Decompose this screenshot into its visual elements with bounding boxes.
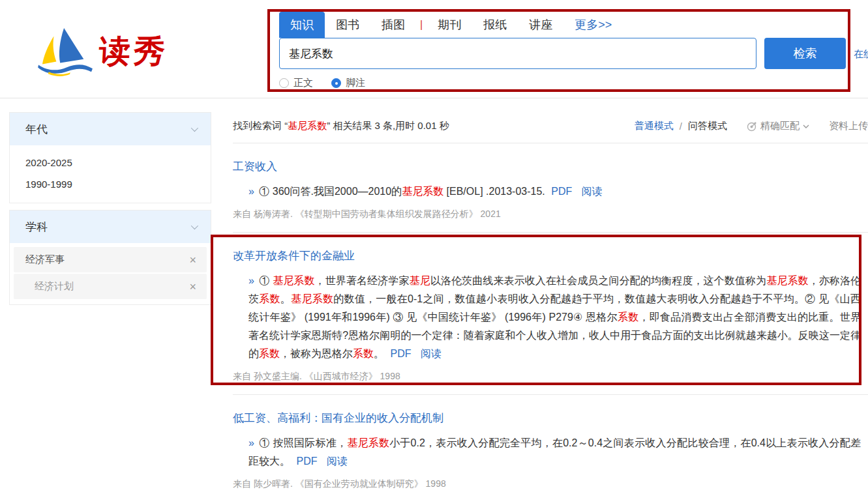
results-bar-right: 普通模式 / 问答模式 精确匹配 资料上传	[635, 120, 868, 132]
scope-option-1[interactable]: 脚注	[331, 77, 365, 89]
chip-label: 经济计划	[35, 280, 74, 293]
inline-link[interactable]: PDF	[551, 186, 572, 197]
inline-link[interactable]: PDF	[296, 456, 317, 467]
radio-icon	[279, 78, 289, 88]
highlight-term: 基尼	[410, 275, 430, 286]
tab-more[interactable]: 更多>>	[563, 12, 623, 38]
chip-label: 经济军事	[25, 254, 65, 266]
precise-match-dropdown[interactable]: 精确匹配	[747, 120, 809, 132]
sidebar-section-title: 年代	[25, 122, 48, 137]
result-snippet: » ① 基尼系数，世界著名经济学家基尼以洛伦茨曲线来表示收入在社会成员之间分配的…	[233, 272, 868, 363]
sidebar-section-title: 学科	[25, 220, 48, 235]
chevron-down-icon	[191, 124, 198, 132]
text-segment: ①	[259, 275, 273, 286]
text-segment: 找到检索词 “	[233, 120, 288, 131]
result-item: 改革开放条件下的金融业 » ① 基尼系数，世界著名经济学家基尼以洛伦茨曲线来表示…	[233, 233, 868, 395]
search-input[interactable]	[279, 38, 756, 69]
sidebar-chip[interactable]: 经济军事×	[14, 247, 207, 272]
inline-link[interactable]: 阅读	[421, 348, 441, 359]
search-tabs: 知识图书插图|期刊报纸讲座更多>>	[279, 12, 846, 38]
online-service-link[interactable]: 在线	[854, 48, 868, 61]
tab-knowledge[interactable]: 知识	[279, 12, 325, 38]
radio-icon	[331, 78, 341, 88]
inline-link[interactable]: 阅读	[582, 186, 603, 197]
result-title[interactable]: 改革开放条件下的金融业	[233, 248, 355, 263]
snippet-marker-icon: »	[248, 186, 257, 197]
text-segment	[575, 186, 578, 197]
results-list: 工资收入 » ① 360问答.我国2000—2010的基尼系数 [EB/OL] …	[233, 143, 868, 494]
tab-journals[interactable]: 期刊	[427, 12, 472, 38]
text-segment: ，世界著名经济学家	[315, 275, 410, 286]
highlight-term: 基尼系数	[402, 186, 443, 197]
snippet-marker-icon: »	[248, 275, 257, 286]
logo-sailboat-icon	[34, 26, 99, 77]
text-segment: ” 相关结果 3 条,用时 0.01 秒	[327, 120, 449, 131]
sidebar-section-year: 年代2020-20251990-1999	[9, 112, 211, 203]
tab-lectures[interactable]: 讲座	[518, 12, 563, 38]
sidebar-filter-item[interactable]: 2020-2025	[10, 152, 211, 173]
highlight-term: 系数	[259, 293, 280, 304]
remove-icon[interactable]: ×	[189, 281, 196, 293]
highlight-term: 系数	[259, 348, 280, 359]
sidebar-section-subject: 学科经济军事×经济计划×	[9, 210, 211, 305]
sidebar-filter-item[interactable]: 1990-1999	[10, 173, 211, 195]
highlight-term: 系数	[353, 348, 374, 359]
mode-normal-link[interactable]: 普通模式	[635, 120, 674, 132]
text-segment: ① 按照国际标准，	[260, 437, 348, 448]
snippet-marker-icon: »	[248, 437, 258, 448]
remove-icon[interactable]: ×	[189, 254, 196, 266]
result-title[interactable]: 工资收入	[233, 159, 277, 174]
highlight-term: 基尼系数	[288, 120, 327, 131]
scope-option-0[interactable]: 正文	[279, 77, 313, 89]
sidebar-section-body: 经济军事×经济计划×	[10, 243, 211, 304]
chevron-down-icon	[803, 124, 809, 129]
sidebar: 年代2020-20251990-1999学科经济军事×经济计划×	[9, 112, 211, 312]
text-segment: 以洛伦茨曲线来表示收入在社会成员之间分配的均衡程度，这个数值称为	[430, 275, 766, 286]
highlight-term: 系数	[618, 312, 638, 323]
text-segment: 。	[280, 293, 291, 304]
site-header: 读秀 知识图书插图|期刊报纸讲座更多>> 检索 正文脚注 在线	[0, 0, 868, 98]
result-snippet: » ① 360问答.我国2000—2010的基尼系数 [EB/OL] .2013…	[233, 182, 868, 201]
page: 读秀 知识图书插图|期刊报纸讲座更多>> 检索 正文脚注 在线 年代2020-2…	[0, 0, 868, 494]
result-source: 来自 孙文盛主编. 《山西城市经济》 1998	[233, 371, 868, 383]
result-snippet: » ① 按照国际标准，基尼系数小于0.2，表示收入分配完全平均，在0.2～0.4…	[233, 434, 868, 471]
inline-link[interactable]: 阅读	[327, 456, 348, 467]
chevron-down-icon	[191, 222, 198, 229]
text-segment	[414, 348, 417, 359]
text-segment: 。	[374, 348, 387, 359]
result-item: 低工资、高福利：国有企业的收入分配机制 » ① 按照国际标准，基尼系数小于0.2…	[233, 395, 868, 494]
mode-qa-link[interactable]: 问答模式	[688, 120, 727, 132]
sidebar-section-header[interactable]: 学科	[10, 211, 211, 243]
search-button[interactable]: 检索	[764, 38, 846, 69]
inline-link[interactable]: PDF	[390, 348, 411, 359]
text-segment: ① 360问答.我国2000—2010的	[259, 186, 402, 197]
results-summary: 找到检索词 “基尼系数” 相关结果 3 条,用时 0.01 秒	[233, 120, 449, 132]
results-bar: 找到检索词 “基尼系数” 相关结果 3 条,用时 0.01 秒 普通模式 / 问…	[233, 112, 868, 143]
search-row: 检索	[279, 38, 846, 69]
logo-text: 读秀	[98, 31, 169, 72]
sidebar-chip[interactable]: 经济计划×	[14, 274, 207, 299]
sidebar-section-header[interactable]: 年代	[10, 113, 211, 145]
text-segment	[320, 456, 323, 467]
mode-separator: /	[680, 121, 682, 132]
text-segment: [EB/OL] .2013-03-15.	[443, 186, 548, 197]
result-item: 工资收入 » ① 360问答.我国2000—2010的基尼系数 [EB/OL] …	[233, 143, 868, 233]
scope-label: 正文	[293, 77, 313, 89]
scope-label: 脚注	[346, 77, 365, 89]
highlight-term: 基尼系数	[347, 437, 389, 448]
search-area: 知识图书插图|期刊报纸讲座更多>> 检索 正文脚注	[279, 12, 846, 89]
tab-illustrations[interactable]: 插图	[370, 12, 416, 38]
text-segment: ，被称为恩格尔	[280, 348, 353, 359]
result-title[interactable]: 低工资、高福利：国有企业的收入分配机制	[233, 411, 443, 426]
sidebar-section-body: 2020-20251990-1999	[10, 145, 211, 203]
upload-link[interactable]: 资料上传	[829, 120, 868, 132]
tab-newspapers[interactable]: 报纸	[472, 12, 518, 38]
search-scope-options: 正文脚注	[279, 77, 846, 89]
highlight-term: 基尼系数	[291, 293, 333, 304]
highlight-term: 基尼系数	[766, 275, 808, 286]
result-source: 来自 杨海涛著. 《转型期中国劳动者集体组织发展路径分析》 2021	[233, 209, 868, 220]
results-main: 找到检索词 “基尼系数” 相关结果 3 条,用时 0.01 秒 普通模式 / 问…	[233, 112, 868, 494]
site-logo[interactable]: 读秀	[34, 26, 168, 77]
tab-books[interactable]: 图书	[325, 12, 370, 38]
result-source: 来自 陈少晖著. 《国有企业劳动就业体制研究》 1998	[233, 478, 868, 490]
